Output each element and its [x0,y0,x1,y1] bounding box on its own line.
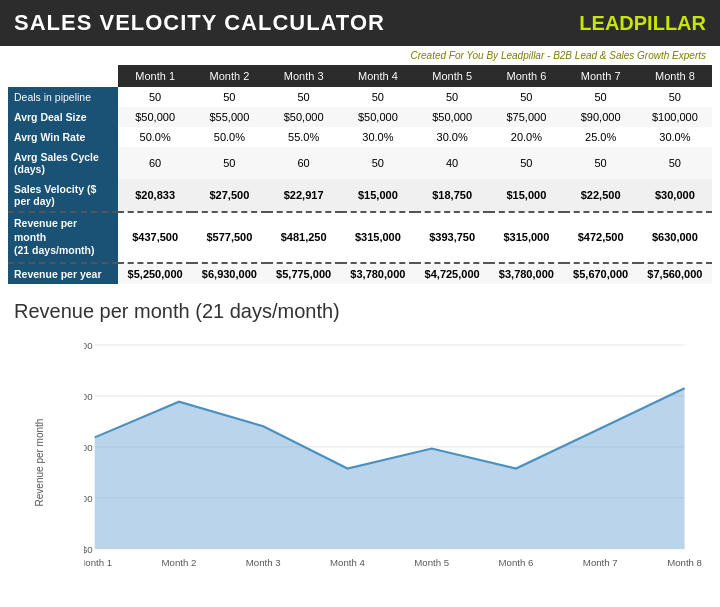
cell-sales_cycle-month-5: 40 [415,147,489,179]
col-month-3: Month 3 [267,65,341,87]
svg-marker-10 [95,388,685,548]
cell-rev_year-month-1: $5,250,000 [118,263,192,284]
cell-rev_month-month-7: $472,500 [564,212,638,263]
row-label-velocity: Sales Velocity ($ per day) [8,179,118,212]
header: SALES VELOCITY CALCULATOR LEADPILLAR [0,0,720,46]
cell-deal_size-month-4: $50,000 [341,107,415,127]
cell-win_rate-month-7: 25.0% [564,127,638,147]
col-month-1: Month 1 [118,65,192,87]
subtitle: Created For You By Leadpillar - B2B Lead… [0,46,720,65]
chart-area: Revenue per month (21 days/month) Revenu… [0,284,720,603]
svg-text:Month 1: Month 1 [84,557,112,568]
cell-deal_size-month-5: $50,000 [415,107,489,127]
cell-velocity-month-3: $22,917 [267,179,341,212]
cell-velocity-month-8: $30,000 [638,179,712,212]
table-row-win_rate: Avrg Win Rate50.0%50.0%55.0%30.0%30.0%20… [8,127,712,147]
cell-velocity-month-4: $15,000 [341,179,415,212]
col-month-2: Month 2 [192,65,266,87]
cell-deal_size-month-7: $90,000 [564,107,638,127]
cell-sales_cycle-month-4: 50 [341,147,415,179]
cell-rev_month-month-6: $315,000 [489,212,563,263]
logo-pillar: PILLAR [634,12,706,34]
row-label-rev_year: Revenue per year [8,263,118,284]
cell-rev_year-month-6: $3,780,000 [489,263,563,284]
cell-deals-month-7: 50 [564,87,638,107]
chart-title: Revenue per month (21 days/month) [14,300,706,323]
cell-sales_cycle-month-2: 50 [192,147,266,179]
cell-velocity-month-6: $15,000 [489,179,563,212]
cell-deal_size-month-1: $50,000 [118,107,192,127]
cell-win_rate-month-2: 50.0% [192,127,266,147]
cell-sales_cycle-month-1: 60 [118,147,192,179]
table-row-rev_year: Revenue per year$5,250,000$6,930,000$5,7… [8,263,712,284]
cell-win_rate-month-6: 20.0% [489,127,563,147]
cell-rev_year-month-7: $5,670,000 [564,263,638,284]
svg-text:$800,000: $800,000 [84,340,93,351]
table-row-sales_cycle: Avrg Sales Cycle (days)6050605040505050 [8,147,712,179]
cell-sales_cycle-month-7: 50 [564,147,638,179]
y-axis-label: Revenue per month [35,419,46,507]
cell-rev_year-month-3: $5,775,000 [267,263,341,284]
row-label-deal_size: Avrg Deal Size [8,107,118,127]
cell-deal_size-month-8: $100,000 [638,107,712,127]
logo-lead: LEAD [579,12,633,34]
cell-deals-month-1: 50 [118,87,192,107]
cell-deals-month-6: 50 [489,87,563,107]
cell-win_rate-month-3: 55.0% [267,127,341,147]
sales-velocity-table: Month 1 Month 2 Month 3 Month 4 Month 5 … [8,65,712,284]
cell-deals-month-8: 50 [638,87,712,107]
cell-rev_year-month-5: $4,725,000 [415,263,489,284]
svg-text:$0: $0 [84,544,93,555]
svg-text:Month 4: Month 4 [330,557,365,568]
cell-win_rate-month-1: 50.0% [118,127,192,147]
cell-sales_cycle-month-8: 50 [638,147,712,179]
svg-text:$400,000: $400,000 [84,442,93,453]
svg-text:Month 2: Month 2 [162,557,197,568]
logo: LEADPILLAR [579,12,706,35]
cell-rev_month-month-3: $481,250 [267,212,341,263]
cell-sales_cycle-month-6: 50 [489,147,563,179]
svg-text:Month 8: Month 8 [667,557,702,568]
svg-text:$600,000: $600,000 [84,391,93,402]
cell-velocity-month-5: $18,750 [415,179,489,212]
cell-deals-month-5: 50 [415,87,489,107]
data-table-wrap: Month 1 Month 2 Month 3 Month 4 Month 5 … [0,65,720,284]
cell-deal_size-month-3: $50,000 [267,107,341,127]
cell-win_rate-month-8: 30.0% [638,127,712,147]
row-label-rev_month: Revenue per month(21 days/month) [8,212,118,263]
cell-deals-month-4: 50 [341,87,415,107]
row-label-deals: Deals in pipeline [8,87,118,107]
cell-deal_size-month-6: $75,000 [489,107,563,127]
cell-rev_month-month-5: $393,750 [415,212,489,263]
table-row-deal_size: Avrg Deal Size$50,000$55,000$50,000$50,0… [8,107,712,127]
svg-text:Month 5: Month 5 [414,557,449,568]
cell-velocity-month-7: $22,500 [564,179,638,212]
cell-deal_size-month-2: $55,000 [192,107,266,127]
col-month-5: Month 5 [415,65,489,87]
cell-velocity-month-1: $20,833 [118,179,192,212]
cell-rev_month-month-1: $437,500 [118,212,192,263]
cell-velocity-month-2: $27,500 [192,179,266,212]
svg-text:$200,000: $200,000 [84,493,93,504]
cell-rev_month-month-8: $630,000 [638,212,712,263]
svg-text:Month 7: Month 7 [583,557,618,568]
cell-win_rate-month-4: 30.0% [341,127,415,147]
table-row-deals: Deals in pipeline5050505050505050 [8,87,712,107]
col-month-6: Month 6 [489,65,563,87]
cell-sales_cycle-month-3: 60 [267,147,341,179]
cell-rev_month-month-4: $315,000 [341,212,415,263]
svg-text:Month 6: Month 6 [499,557,534,568]
cell-deals-month-3: 50 [267,87,341,107]
col-month-4: Month 4 [341,65,415,87]
cell-rev_year-month-8: $7,560,000 [638,263,712,284]
row-label-win_rate: Avrg Win Rate [8,127,118,147]
table-row-velocity: Sales Velocity ($ per day)$20,833$27,500… [8,179,712,212]
svg-text:Month 3: Month 3 [246,557,281,568]
col-month-8: Month 8 [638,65,712,87]
table-row-rev_month: Revenue per month(21 days/month)$437,500… [8,212,712,263]
cell-rev_year-month-4: $3,780,000 [341,263,415,284]
col-month-7: Month 7 [564,65,638,87]
cell-rev_month-month-2: $577,500 [192,212,266,263]
row-label-sales_cycle: Avrg Sales Cycle (days) [8,147,118,179]
cell-win_rate-month-5: 30.0% [415,127,489,147]
